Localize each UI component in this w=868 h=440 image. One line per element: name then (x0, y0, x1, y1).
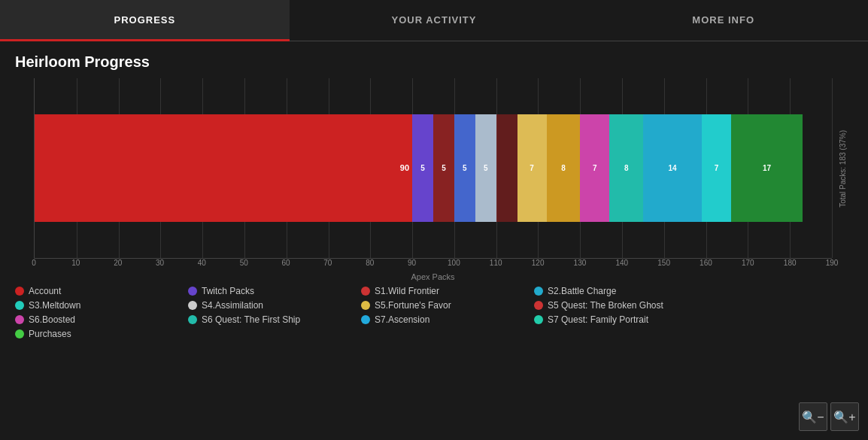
legend-label-s3: S3.Meltdown (29, 300, 80, 311)
x-axis-label: Apex Packs (34, 272, 832, 281)
x-tick-60: 60 (282, 259, 290, 267)
main-content: Heirloom Progress Total Packs: 183 (37%) (0, 41, 868, 440)
legend-label-s5-fortune: S5.Fortune's Favor (375, 300, 451, 311)
tab-progress[interactable]: PROGRESS (0, 0, 290, 41)
x-tick-20: 20 (114, 259, 122, 267)
x-tick-150: 150 (657, 259, 670, 267)
chart-container: Total Packs: 183 (37%) (15, 78, 853, 281)
legend-label-s6-quest: S6 Quest: The First Ship (202, 314, 300, 325)
legend-label-twitch: Twitch Packs (202, 286, 254, 296)
legend-item-s3: S3.Meltdown (15, 300, 188, 311)
tab-more-info[interactable]: MORE INFO (578, 0, 868, 41)
x-tick-80: 80 (366, 259, 374, 267)
legend-label-s7: S7.Ascension (375, 314, 429, 325)
x-tick-140: 140 (615, 259, 628, 267)
zoom-buttons: 🔍− 🔍+ (799, 402, 859, 431)
legend: Account Twitch Packs S1.Wild Frontier S2… (15, 286, 853, 341)
x-tick-180: 180 (784, 259, 797, 267)
bar-s7: 14 (643, 114, 702, 222)
bar-s2: 5 (454, 114, 475, 222)
legend-item-s6-boosted: S6.Boosted (15, 314, 188, 325)
legend-item-twitch: Twitch Packs (188, 286, 361, 296)
x-tick-170: 170 (742, 259, 754, 267)
x-tick-40: 40 (198, 259, 206, 267)
section-title: Heirloom Progress (15, 53, 853, 71)
x-tick-0: 0 (32, 259, 36, 267)
bar-s3: 5 (475, 114, 496, 222)
x-tick-10: 10 (71, 259, 80, 267)
tabs-container: PROGRESS YOUR ACTIVITY MORE INFO (0, 0, 868, 41)
bar-twitch: 5 (412, 114, 433, 222)
zoom-out-icon: 🔍− (802, 410, 824, 424)
x-tick-190: 190 (826, 259, 839, 267)
legend-dot-twitch (188, 287, 197, 296)
bar-s6-boosted: 7 (580, 114, 609, 222)
zoom-in-button[interactable]: 🔍+ (830, 402, 859, 431)
legend-label-s7-quest: S7 Quest: Family Portrait (548, 314, 648, 325)
legend-item-s2: S2.Battle Charge (534, 286, 707, 296)
bar-s3-gap (496, 114, 517, 222)
legend-label-s6-boosted: S6.Boosted (29, 314, 75, 325)
legend-dot-s4 (188, 301, 197, 310)
legend-dot-s5-fortune (361, 301, 370, 310)
bar-purchases: 17 (731, 114, 803, 222)
x-tick-110: 110 (490, 259, 502, 267)
bar-s5-fortune: 7 (517, 114, 547, 222)
legend-dot-s6-boosted (15, 315, 24, 324)
legend-item-purchases: Purchases (15, 329, 188, 339)
x-tick-50: 50 (240, 259, 248, 267)
legend-dot-s1 (361, 287, 370, 296)
zoom-out-button[interactable]: 🔍− (799, 402, 827, 431)
x-tick-100: 100 (448, 259, 460, 267)
bar-s5-quest: 8 (547, 114, 581, 222)
legend-dot-s6-quest (188, 315, 197, 324)
x-tick-70: 70 (323, 259, 332, 267)
legend-item-s5-quest: S5 Quest: The Broken Ghost (534, 300, 707, 311)
x-tick-130: 130 (574, 259, 587, 267)
legend-item-s5-fortune: S5.Fortune's Favor (361, 300, 534, 311)
legend-label-s2: S2.Battle Charge (548, 286, 616, 296)
legend-label-s1: S1.Wild Frontier (375, 286, 439, 296)
legend-dot-s2 (534, 287, 543, 296)
x-tick-160: 160 (700, 259, 712, 267)
x-tick-90: 90 (408, 259, 416, 267)
legend-dot-account (15, 287, 24, 296)
tab-activity[interactable]: YOUR ACTIVITY (290, 0, 579, 41)
total-packs-label: Total Packs: 183 (37%) (832, 78, 853, 259)
legend-item-s7-quest: S7 Quest: Family Portrait (534, 314, 707, 325)
x-axis: 0 10 20 30 40 50 60 70 80 90 100 110 120… (34, 259, 832, 271)
legend-item-s7: S7.Ascension (361, 314, 534, 325)
bar-s1: 5 (433, 114, 454, 222)
legend-item-s1: S1.Wild Frontier (361, 286, 534, 296)
x-tick-120: 120 (532, 259, 545, 267)
legend-item-s6-quest: S6 Quest: The First Ship (188, 314, 361, 325)
legend-dot-s7-quest (534, 315, 543, 324)
legend-dot-s3 (15, 301, 24, 310)
legend-label-s5-quest: S5 Quest: The Broken Ghost (548, 300, 663, 311)
bar-account: 90 (35, 114, 412, 222)
bar-s7-quest: 7 (702, 114, 731, 222)
bar-s6-quest: 8 (609, 114, 643, 222)
grid-area: 90 5 5 5 5 7 (34, 78, 832, 259)
legend-label-s4: S4.Assimilation (202, 300, 263, 311)
legend-item-account: Account (15, 286, 188, 296)
legend-dot-s5-quest (534, 301, 543, 310)
zoom-in-icon: 🔍+ (833, 410, 855, 424)
legend-label-purchases: Purchases (29, 329, 71, 339)
legend-item-s4: S4.Assimilation (188, 300, 361, 311)
legend-label-account: Account (29, 286, 61, 296)
x-tick-30: 30 (156, 259, 164, 267)
legend-dot-purchases (15, 329, 24, 338)
legend-dot-s7 (361, 315, 370, 324)
